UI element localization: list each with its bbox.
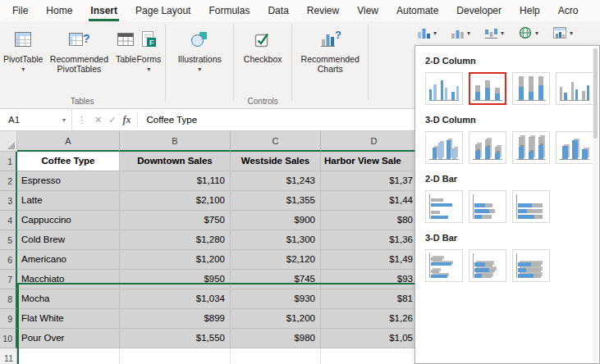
column-header-b[interactable]: B: [120, 131, 231, 152]
cell[interactable]: $1,05: [321, 329, 428, 348]
3d-stacked-bar-thumb[interactable]: [469, 249, 506, 282]
tab-review[interactable]: Review: [298, 0, 348, 21]
cell[interactable]: $745: [231, 270, 321, 289]
tab-file[interactable]: File: [3, 0, 37, 21]
cell[interactable]: $1,110: [120, 171, 231, 191]
cell[interactable]: $1,550: [120, 329, 231, 348]
name-box[interactable]: A1 ▾: [0, 109, 72, 130]
recommended-charts-button[interactable]: ? Recommended Charts: [296, 23, 364, 74]
cell[interactable]: Latte: [17, 191, 120, 211]
cell[interactable]: $1,300: [231, 230, 321, 250]
cell[interactable]: $950: [120, 270, 231, 289]
cell[interactable]: $930: [231, 289, 321, 309]
row-header-8[interactable]: 8: [0, 289, 17, 309]
row-header-3[interactable]: 3: [0, 191, 17, 211]
cell[interactable]: $93: [321, 270, 428, 289]
row-header-4[interactable]: 4: [0, 211, 17, 230]
checkbox-button[interactable]: Checkbox: [238, 23, 287, 64]
column-header-d[interactable]: D: [321, 131, 428, 152]
row-header-10[interactable]: 10: [0, 329, 17, 348]
stacked-bar-thumb[interactable]: [469, 190, 506, 223]
3d-clustered-column-thumb[interactable]: [425, 131, 463, 164]
menu-scrollbar-thumb[interactable]: [593, 48, 598, 139]
cell[interactable]: Cappuccino: [17, 211, 120, 230]
tab-data[interactable]: Data: [259, 0, 297, 21]
insert-statistic-chart-button[interactable]: ▾: [484, 27, 504, 39]
hundred-percent-stacked-bar-thumb[interactable]: [512, 190, 550, 223]
cell[interactable]: Downtown Sales: [120, 152, 231, 171]
tab-acrobat[interactable]: Acro: [549, 0, 588, 21]
cell[interactable]: $1,355: [231, 191, 321, 211]
cell[interactable]: Macchiato: [17, 270, 120, 289]
insert-map-chart-button[interactable]: ▾: [518, 26, 538, 39]
row-header-7[interactable]: 7: [0, 270, 17, 289]
3d-stacked-column-thumb[interactable]: [469, 131, 506, 164]
cell[interactable]: $900: [231, 211, 321, 230]
cell[interactable]: $1,37: [321, 171, 428, 191]
3d-hundred-percent-stacked-bar-thumb[interactable]: [512, 249, 550, 282]
tab-page-layout[interactable]: Page Layout: [126, 0, 199, 21]
cell[interactable]: $750: [120, 211, 231, 230]
forms-button[interactable]: F Forms ▾: [136, 23, 161, 72]
hundred-percent-stacked-column-thumb[interactable]: [512, 72, 550, 105]
cell[interactable]: [321, 348, 428, 364]
active-cell-a1[interactable]: Coffee Type: [17, 152, 120, 171]
insert-column-chart-button[interactable]: ▾: [417, 27, 437, 39]
insert-function-button[interactable]: fx: [119, 114, 134, 126]
cell[interactable]: $1,36: [321, 230, 428, 250]
3d-clustered-bar-thumb[interactable]: [425, 249, 463, 282]
cell[interactable]: $1,26: [321, 309, 428, 329]
clustered-column-thumb[interactable]: [425, 72, 463, 105]
cell[interactable]: $1,200: [231, 309, 321, 329]
cell[interactable]: Pour Over: [17, 329, 120, 348]
tab-insert[interactable]: Insert: [81, 0, 126, 21]
cell[interactable]: [120, 348, 231, 364]
cell[interactable]: Cold Brew: [17, 230, 120, 250]
clustered-bar-thumb[interactable]: [425, 190, 463, 223]
cell[interactable]: Harbor View Sale: [321, 152, 428, 171]
select-all-button[interactable]: [0, 131, 17, 152]
row-header-9[interactable]: 9: [0, 309, 17, 329]
recommended-pivottables-button[interactable]: ? Recommended PivotTables: [43, 23, 115, 74]
clustered-column-variant-thumb[interactable]: [556, 72, 593, 105]
cell[interactable]: $899: [120, 309, 231, 329]
tab-automate[interactable]: Automate: [387, 0, 447, 21]
insert-combo-chart-button[interactable]: ▾: [451, 27, 470, 39]
cell[interactable]: Espresso: [17, 171, 120, 191]
formula-bar-content[interactable]: Coffee Type: [141, 115, 197, 125]
cell[interactable]: $81: [321, 289, 428, 309]
cell[interactable]: $80: [321, 211, 428, 230]
cell[interactable]: [231, 348, 321, 364]
cell[interactable]: [17, 348, 120, 364]
cell[interactable]: $2,120: [231, 250, 321, 270]
cancel-icon[interactable]: ✕: [91, 115, 105, 125]
cell[interactable]: $1,200: [120, 250, 231, 270]
stacked-column-thumb-highlighted[interactable]: [469, 72, 506, 105]
illustrations-button[interactable]: Illustrations ▾: [170, 23, 229, 72]
tab-help[interactable]: Help: [511, 0, 549, 21]
formula-bar-drag-dots-icon[interactable]: ⋮: [72, 115, 91, 125]
cell[interactable]: $1,280: [120, 230, 231, 250]
enter-check-icon[interactable]: ✓: [105, 115, 119, 125]
row-header-6[interactable]: 6: [0, 250, 17, 270]
pivottable-button[interactable]: PivotTable ▾: [3, 23, 43, 72]
row-header-1[interactable]: 1: [0, 152, 17, 171]
row-header-2[interactable]: 2: [0, 171, 17, 191]
cell[interactable]: Westside Sales: [231, 152, 321, 171]
cell[interactable]: Mocha: [17, 289, 120, 309]
cell[interactable]: Flat White: [17, 309, 120, 329]
tab-view[interactable]: View: [348, 0, 387, 21]
row-header-11[interactable]: 11: [0, 348, 17, 364]
tab-formulas[interactable]: Formulas: [199, 0, 259, 21]
tab-developer[interactable]: Developer: [447, 0, 511, 21]
3d-column-thumb[interactable]: [556, 131, 593, 164]
cell[interactable]: $980: [231, 329, 321, 348]
cell[interactable]: $1,243: [231, 171, 321, 191]
cell[interactable]: $1,44: [321, 191, 428, 211]
row-header-5[interactable]: 5: [0, 230, 17, 250]
column-header-c[interactable]: C: [231, 131, 321, 152]
insert-pivotchart-button[interactable]: ▾: [552, 26, 573, 39]
cell[interactable]: $1,034: [120, 289, 231, 309]
3d-hundred-percent-stacked-column-thumb[interactable]: [512, 131, 550, 164]
cell[interactable]: Americano: [17, 250, 120, 270]
